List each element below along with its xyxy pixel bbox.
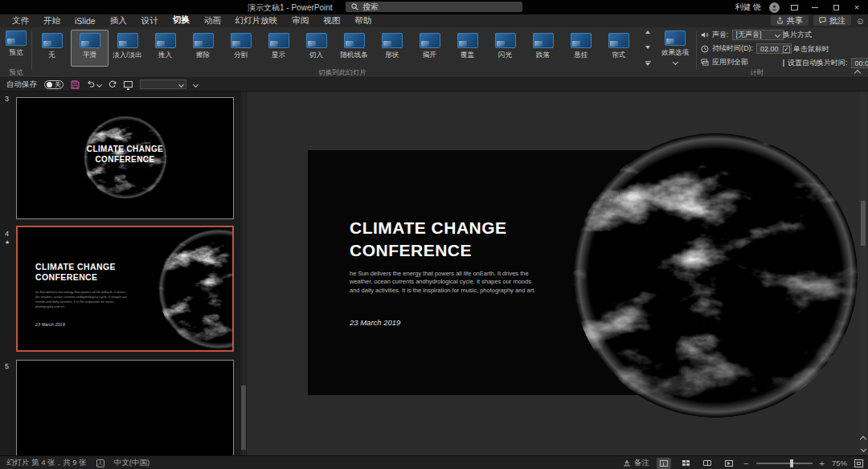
effect-options-button[interactable]: 效果选项 <box>657 31 693 64</box>
accessibility-icon[interactable]: 人 <box>96 459 104 467</box>
transition-icon <box>42 33 63 48</box>
transition-tile-12[interactable]: 闪光 <box>486 30 524 67</box>
slide-thumbnail-3[interactable]: CLIMATE CHANGECONFERENCE <box>16 97 234 219</box>
auto-advance-checkbox[interactable] <box>783 59 784 67</box>
transition-tile-13[interactable]: 跌落 <box>524 30 562 67</box>
slide-date[interactable]: 23 March 2019 <box>350 318 400 327</box>
tab-transitions[interactable]: 切换 <box>166 14 197 29</box>
tab-8[interactable]: 审阅 <box>285 14 316 28</box>
transition-tile-15[interactable]: 帘式 <box>600 30 637 67</box>
tab-1[interactable]: 开始 <box>36 14 68 28</box>
notes-button[interactable]: 备注 <box>623 458 649 468</box>
undo-button[interactable] <box>87 80 101 88</box>
tab-10[interactable]: 帮助 <box>347 14 379 28</box>
transition-icon <box>495 33 516 48</box>
comments-button[interactable]: 批注 <box>813 15 851 26</box>
quick-access-toolbar: 自动保存 关 <box>0 78 868 92</box>
transition-icon <box>117 33 138 48</box>
autosave-toggle[interactable]: 关 <box>44 80 63 89</box>
ribbon-display-options-button[interactable] <box>788 2 800 13</box>
next-slide-button[interactable] <box>859 445 867 453</box>
preview-button[interactable]: 预览 <box>2 31 31 58</box>
transition-tile-11[interactable]: 覆盖 <box>448 30 486 67</box>
slide-thumbnail-4[interactable]: CLIMATE CHANGECONFERENCE he Sun delivers… <box>16 226 234 352</box>
slide-body-text[interactable]: he Sun delivers the energy that powers a… <box>350 270 538 295</box>
gallery-scroll-up-icon[interactable] <box>645 31 650 34</box>
collapse-ribbon-button[interactable] <box>854 69 862 77</box>
transition-tile-7[interactable]: 切入 <box>297 30 335 67</box>
avatar[interactable] <box>769 2 780 13</box>
transition-tile-14[interactable]: 悬挂 <box>562 30 600 67</box>
gallery-more-icon[interactable] <box>645 61 651 66</box>
scrollbar-thumb[interactable] <box>861 201 866 246</box>
transition-icon <box>155 33 176 48</box>
transition-tile-1[interactable]: 平滑 <box>71 30 108 67</box>
normal-view-button[interactable] <box>657 458 671 469</box>
chevron-up-icon <box>854 70 861 76</box>
chevron-down-icon <box>774 32 780 38</box>
feedback-smiley-icon[interactable]: ☺ <box>856 16 865 26</box>
earth-image[interactable] <box>573 133 858 418</box>
tab-2[interactable]: iSlide <box>68 15 103 27</box>
language-indicator[interactable]: 中文(中国) <box>114 458 149 468</box>
slideshow-from-beginning-button[interactable] <box>124 81 133 88</box>
sound-select[interactable]: [无声音] <box>732 30 784 40</box>
transition-icon <box>80 33 100 48</box>
qat-dropdown[interactable] <box>140 80 186 89</box>
transition-tile-2[interactable]: 淡入/淡出 <box>108 30 146 67</box>
transition-icon <box>457 33 478 48</box>
zoom-slider-thumb[interactable] <box>790 459 793 467</box>
close-button[interactable]: × <box>850 2 863 13</box>
slide-counter[interactable]: 幻灯片 第 4 张，共 9 张 <box>6 458 87 468</box>
transition-tile-4[interactable]: 擦除 <box>184 30 222 67</box>
transition-tile-8[interactable]: 随机线条 <box>335 30 373 67</box>
slide-thumbnail-5[interactable] <box>16 360 234 455</box>
redo-icon[interactable] <box>108 80 117 88</box>
transition-tile-9[interactable]: 形状 <box>373 30 411 67</box>
document-title: 演示文稿1 - PowerPoint <box>248 2 333 14</box>
tab-4[interactable]: 设计 <box>134 14 166 28</box>
save-icon[interactable] <box>71 80 80 89</box>
zoom-level[interactable]: 75% <box>832 459 847 467</box>
transition-tile-6[interactable]: 显示 <box>260 30 297 67</box>
minimize-button[interactable] <box>809 2 821 13</box>
zoom-out-button[interactable]: − <box>743 459 748 468</box>
transition-icon <box>231 33 252 48</box>
tab-3[interactable]: 插入 <box>103 14 134 28</box>
tab-0[interactable]: 文件 <box>5 14 36 28</box>
tab-7[interactable]: 幻灯片放映 <box>228 14 285 28</box>
search-box[interactable]: 搜索 <box>346 2 522 12</box>
transition-tile-3[interactable]: 推入 <box>146 30 184 67</box>
transition-star-icon[interactable]: ★ <box>5 239 10 246</box>
on-click-checkbox[interactable]: ✓ <box>783 46 790 53</box>
auto-advance-label: 设置自动换片时间: <box>788 58 848 68</box>
slide-number: 4 <box>5 230 9 238</box>
previous-slide-button[interactable] <box>859 435 867 443</box>
zoom-in-button[interactable]: + <box>820 459 825 468</box>
autosave-state: 关 <box>55 80 61 89</box>
thumbnail-scrollbar[interactable] <box>241 92 246 455</box>
tab-9[interactable]: 视图 <box>316 14 347 28</box>
restore-button[interactable] <box>829 2 842 13</box>
gallery-scroll-down-icon[interactable] <box>645 46 650 49</box>
slideshow-view-button[interactable] <box>722 458 736 469</box>
fit-to-window-icon[interactable] <box>854 459 863 467</box>
slide-sorter-view-button[interactable] <box>678 458 693 469</box>
restore-icon <box>833 5 839 10</box>
zoom-slider[interactable] <box>756 463 813 464</box>
tab-6[interactable]: 动画 <box>197 14 228 28</box>
share-label: 共享 <box>787 15 803 27</box>
reading-view-icon <box>703 460 711 466</box>
transition-tile-5[interactable]: 分割 <box>222 30 260 67</box>
transition-tile-10[interactable]: 揭开 <box>411 30 448 67</box>
reading-view-button[interactable] <box>700 458 714 469</box>
duration-label: 持续时间(D): <box>712 43 753 54</box>
auto-advance-input[interactable]: 00:00.00 <box>851 58 868 68</box>
transition-tile-0[interactable]: 无 <box>33 30 71 67</box>
apply-all-button[interactable]: 应用到全部 <box>712 57 748 67</box>
canvas-scrollbar[interactable] <box>860 92 866 455</box>
slide-title[interactable]: CLIMATE CHANGECONFERENCE <box>350 217 507 263</box>
customize-qat-icon[interactable] <box>193 81 199 87</box>
scrollbar-thumb[interactable] <box>241 385 246 450</box>
share-button[interactable]: 共享 <box>771 15 809 26</box>
